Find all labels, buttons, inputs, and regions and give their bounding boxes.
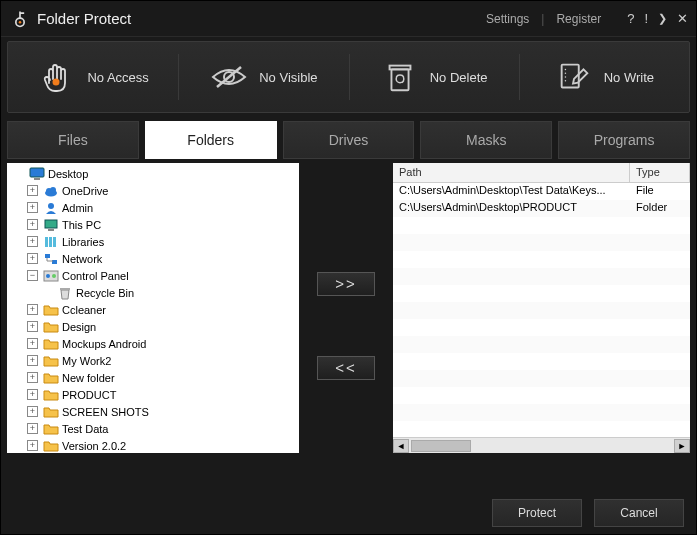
option-no-delete[interactable]: No Delete [349, 42, 519, 112]
bin-icon [57, 286, 73, 300]
expand-icon[interactable]: + [27, 202, 38, 213]
option-no-visible[interactable]: No Visible [178, 42, 348, 112]
info-icon[interactable]: ! [644, 11, 648, 26]
close-icon[interactable]: ✕ [677, 11, 688, 26]
table-row[interactable]: C:\Users\Admin\Desktop\PRODUCTFolder [393, 200, 690, 217]
expand-icon[interactable]: + [27, 406, 38, 417]
tab-programs[interactable]: Programs [558, 121, 690, 159]
write-icon [554, 57, 594, 97]
expand-icon[interactable]: + [27, 219, 38, 230]
user-icon [43, 201, 59, 215]
tree-item[interactable]: +Network [9, 250, 297, 267]
expand-icon[interactable]: + [27, 321, 38, 332]
scroll-right-icon[interactable]: ► [674, 439, 690, 453]
svg-point-17 [48, 203, 54, 209]
svg-rect-13 [34, 178, 40, 180]
expand-icon[interactable]: + [27, 338, 38, 349]
scroll-left-icon[interactable]: ◄ [393, 439, 409, 453]
expand-icon[interactable]: + [27, 355, 38, 366]
tab-masks[interactable]: Masks [420, 121, 552, 159]
expand-icon[interactable]: + [27, 372, 38, 383]
tree-item-label: PRODUCT [62, 389, 116, 401]
tree-item[interactable]: +Admin [9, 199, 297, 216]
expand-icon[interactable]: + [27, 253, 38, 264]
option-no-write[interactable]: No Write [519, 42, 689, 112]
expand-icon[interactable]: + [27, 440, 38, 451]
svg-point-1 [19, 21, 22, 24]
tree-item[interactable]: −Control Panel [9, 267, 297, 284]
tree-item-label: Libraries [62, 236, 104, 248]
remove-button[interactable]: << [317, 356, 375, 380]
expand-icon[interactable]: + [27, 185, 38, 196]
table-row[interactable]: C:\Users\Admin\Desktop\Test Data\Keys...… [393, 183, 690, 200]
app-title: Folder Protect [37, 10, 131, 27]
tree-item-label: OneDrive [62, 185, 108, 197]
main-area: Desktop+OneDrive+Admin+This PC+Libraries… [7, 163, 690, 488]
tree-item[interactable]: +Libraries [9, 233, 297, 250]
tree-item[interactable]: +Test Data [9, 420, 297, 437]
cancel-button[interactable]: Cancel [594, 499, 684, 527]
title-bar: Folder Protect Settings | Register ? ! ❯… [1, 1, 696, 37]
svg-point-16 [50, 187, 56, 193]
expand-icon[interactable]: + [27, 236, 38, 247]
folder-icon [43, 388, 59, 402]
tree-item[interactable]: +SCREEN SHOTS [9, 403, 297, 420]
tab-files[interactable]: Files [7, 121, 139, 159]
tree-item-label: Design [62, 321, 96, 333]
tree-item-label: Version 2.0.2 [62, 440, 126, 452]
tree-item-label: Admin [62, 202, 93, 214]
help-icon[interactable]: ? [627, 11, 634, 26]
expand-icon[interactable]: + [27, 423, 38, 434]
tree-item[interactable]: +Design [9, 318, 297, 335]
svg-point-2 [53, 79, 60, 86]
tree-item[interactable]: +Mockups Android [9, 335, 297, 352]
tree-item-label: SCREEN SHOTS [62, 406, 149, 418]
option-no-access[interactable]: No Access [8, 42, 178, 112]
tree-item[interactable]: +This PC [9, 216, 297, 233]
svg-rect-19 [48, 229, 54, 231]
protect-button[interactable]: Protect [492, 499, 582, 527]
tab-drives[interactable]: Drives [283, 121, 415, 159]
column-path[interactable]: Path [393, 163, 630, 182]
option-label: No Delete [430, 70, 488, 85]
register-link[interactable]: Register [548, 12, 609, 26]
tree-item[interactable]: +PRODUCT [9, 386, 297, 403]
tree-item-label: Desktop [48, 168, 88, 180]
scroll-thumb[interactable] [411, 440, 471, 452]
tree-item[interactable]: Desktop [9, 165, 297, 182]
tree-item[interactable]: +My Work2 [9, 352, 297, 369]
minimize-icon[interactable]: ❯ [658, 12, 667, 25]
svg-point-8 [564, 69, 566, 71]
column-type[interactable]: Type [630, 163, 690, 182]
expand-icon[interactable]: + [27, 304, 38, 315]
svg-point-26 [46, 274, 50, 278]
cell-path: C:\Users\Admin\Desktop\PRODUCT [393, 200, 630, 217]
folder-icon [43, 337, 59, 351]
tree-item[interactable]: +New folder [9, 369, 297, 386]
cell-path: C:\Users\Admin\Desktop\Test Data\Keys... [393, 183, 630, 200]
tree-item-label: Network [62, 253, 102, 265]
folder-icon [43, 320, 59, 334]
option-label: No Visible [259, 70, 317, 85]
expand-icon[interactable]: + [27, 389, 38, 400]
folder-icon [43, 439, 59, 453]
tree-item[interactable]: +Version 2.0.2 [9, 437, 297, 453]
horizontal-scrollbar[interactable]: ◄ ► [393, 437, 690, 453]
add-button[interactable]: >> [317, 272, 375, 296]
tab-folders[interactable]: Folders [145, 121, 277, 159]
svg-rect-6 [389, 66, 410, 70]
folder-icon [43, 371, 59, 385]
cloud-icon [43, 184, 59, 198]
grid-body[interactable]: C:\Users\Admin\Desktop\Test Data\Keys...… [393, 183, 690, 437]
tree-item[interactable]: +Ccleaner [9, 301, 297, 318]
collapse-icon[interactable]: − [27, 270, 38, 281]
settings-link[interactable]: Settings [478, 12, 537, 26]
footer: Protect Cancel [1, 492, 696, 534]
tree-item-label: My Work2 [62, 355, 111, 367]
tree-item[interactable]: +OneDrive [9, 182, 297, 199]
option-label: No Write [604, 70, 654, 85]
lib-icon [43, 235, 59, 249]
svg-rect-21 [49, 237, 52, 247]
tree-item[interactable]: Recycle Bin [9, 284, 297, 301]
folder-icon [43, 405, 59, 419]
